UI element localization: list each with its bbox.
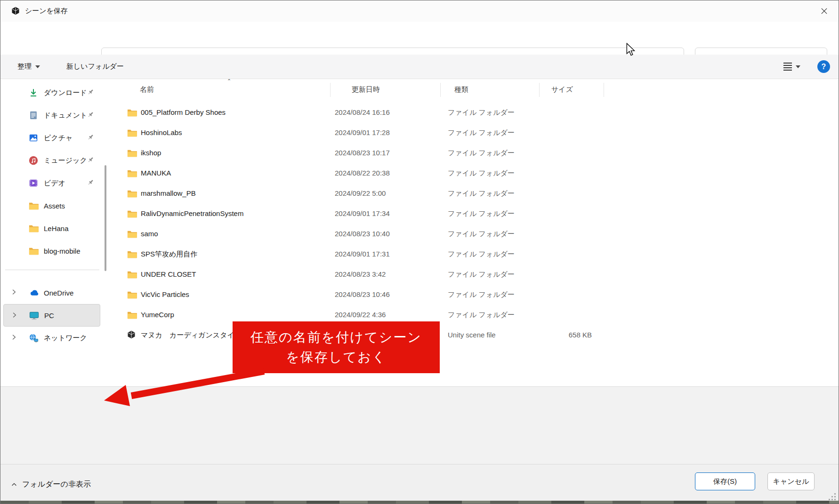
- column-header-date[interactable]: 更新日時: [352, 85, 380, 94]
- chevron-up-icon: [11, 481, 17, 488]
- file-date-cell: 2024/08/23 10:17: [335, 149, 390, 157]
- folder-icon: [127, 148, 137, 159]
- file-list: ⌃ 名前 更新日時 種類 サイズ 005_Platform Derby Shoe…: [106, 79, 839, 386]
- column-header-size[interactable]: サイズ: [551, 85, 573, 94]
- file-row[interactable]: 005_Platform Derby Shoes 2024/08/24 16:1…: [106, 103, 839, 123]
- music-icon: [28, 155, 39, 166]
- file-type-cell: ファイル フォルダー: [448, 108, 515, 117]
- sidebar-item-assets[interactable]: Assets: [3, 194, 100, 217]
- annotation-line2: を保存しておく: [286, 348, 386, 366]
- column-header-type[interactable]: 種類: [454, 85, 468, 94]
- file-row[interactable]: ikshop 2024/08/23 10:17 ファイル フォルダー: [106, 144, 839, 164]
- list-view-icon: [783, 63, 792, 71]
- file-row[interactable]: MANUKA 2024/08/22 20:38 ファイル フォルダー: [106, 164, 839, 184]
- file-row[interactable]: RalivDynamicPenetrationSystem 2024/09/01…: [106, 204, 839, 224]
- folder-icon: [127, 289, 137, 300]
- save-button[interactable]: 保存(S): [695, 472, 755, 490]
- help-button[interactable]: ?: [817, 60, 830, 73]
- column-header-name[interactable]: 名前: [140, 85, 154, 94]
- file-type-cell: ファイル フォルダー: [448, 128, 515, 137]
- folder-icon: [127, 168, 137, 179]
- file-type-cell: ファイル フォルダー: [448, 149, 515, 158]
- file-name-cell: samo: [141, 230, 158, 238]
- sidebar-separator: [5, 270, 99, 270]
- expander-chevron-icon[interactable]: [10, 288, 18, 296]
- folder-icon: [127, 107, 137, 118]
- file-date-cell: 2024/08/24 16:16: [335, 108, 390, 116]
- sidebar-item-onedrive[interactable]: OneDrive: [3, 281, 100, 304]
- sidebar-item-downloads[interactable]: ダウンロード: [3, 81, 100, 104]
- file-date-cell: 2024/09/01 17:31: [335, 250, 390, 258]
- file-name-cell: マヌカ カーディガンスタイル.: [141, 331, 243, 340]
- onedrive-icon: [28, 288, 39, 298]
- sidebar-item-pictures[interactable]: ピクチャ: [3, 127, 100, 149]
- file-date-cell: 2024/08/23 3:42: [335, 270, 386, 278]
- folder-icon: [127, 310, 137, 320]
- unity-scene-icon: [127, 330, 136, 339]
- folder-icon: [127, 107, 138, 119]
- file-type-cell: ファイル フォルダー: [448, 290, 515, 299]
- file-row[interactable]: SPS竿攻め用自作 2024/09/01 17:31 ファイル フォルダー: [106, 245, 839, 265]
- folder-icon: [127, 128, 137, 138]
- file-row[interactable]: marshmallow_PB 2024/09/22 5:00 ファイル フォルダ…: [106, 184, 839, 204]
- file-name-cell: YumeCorp: [141, 311, 174, 319]
- pin-icon: [86, 133, 95, 142]
- file-row[interactable]: YumeCorp 2024/09/22 4:36 ファイル フォルダー: [106, 305, 839, 326]
- resize-grip[interactable]: [828, 493, 836, 500]
- expander-chevron-icon[interactable]: [10, 333, 18, 342]
- new-folder-label: 新しいフォルダー: [66, 62, 124, 71]
- expander-chevron-icon[interactable]: [10, 311, 19, 320]
- file-type-cell: Unity scene file: [448, 331, 496, 339]
- sidebar-item-lehana[interactable]: LeHana: [3, 217, 100, 240]
- file-row[interactable]: VicVic Particles 2024/08/23 10:46 ファイル フ…: [106, 285, 839, 305]
- sidebar-item-documents[interactable]: ドキュメント: [3, 104, 100, 127]
- pin-icon: [86, 133, 96, 142]
- sidebar-item-pc[interactable]: PC: [3, 304, 100, 327]
- folder-icon: [28, 200, 39, 211]
- download-icon: [28, 88, 39, 98]
- file-rows: 005_Platform Derby Shoes 2024/08/24 16:1…: [106, 103, 839, 346]
- save-scene-dialog: シーンを保存 ›PC›M2SSD (F:)›unityproject_2022›…: [0, 0, 839, 504]
- chevron-right-icon: [10, 333, 18, 341]
- close-icon: [821, 8, 828, 15]
- sidebar-item-blog-mobile[interactable]: blog-mobile: [3, 240, 100, 262]
- unity-logo-icon: [11, 6, 20, 16]
- file-type-cell: ファイル フォルダー: [448, 209, 515, 218]
- file-row[interactable]: HoshinoLabs 2024/09/01 17:28 ファイル フォルダー: [106, 123, 839, 144]
- file-date-cell: 2024/08/23 10:40: [335, 230, 390, 238]
- folder-icon: [127, 168, 138, 179]
- folder-icon: [127, 249, 137, 260]
- sidebar: ダウンロード ドキュメント ピクチャ ミュージック ビデオ Assets LeH…: [0, 79, 103, 386]
- file-type-cell: ファイル フォルダー: [448, 230, 515, 239]
- file-size-cell: 658 KB: [516, 331, 592, 339]
- sort-ascending-icon: ⌃: [227, 78, 231, 84]
- file-name-cell: SPS竿攻め用自作: [141, 250, 197, 259]
- organize-label: 整理: [17, 62, 32, 71]
- file-name-cell: VicVic Particles: [141, 290, 189, 298]
- file-row[interactable]: UNDER CLOSET 2024/08/23 3:42 ファイル フォルダー: [106, 265, 839, 285]
- file-name-cell: marshmallow_PB: [141, 189, 196, 197]
- sidebar-item-music[interactable]: ミュージック: [3, 149, 100, 172]
- file-type-cell: ファイル フォルダー: [448, 250, 515, 259]
- folder-icon: [127, 188, 137, 199]
- sidebar-item-network[interactable]: ネットワーク: [3, 327, 100, 349]
- cancel-button[interactable]: キャンセル: [767, 472, 815, 490]
- file-name-cell: HoshinoLabs: [141, 128, 182, 136]
- close-button[interactable]: [809, 0, 839, 21]
- organize-button[interactable]: 整理: [13, 59, 45, 74]
- hide-folders-button[interactable]: フォルダーの非表示: [11, 480, 91, 489]
- pin-icon: [86, 88, 96, 97]
- file-row[interactable]: samo 2024/08/23 10:40 ファイル フォルダー: [106, 224, 839, 245]
- chevron-right-icon: [10, 311, 18, 319]
- folder-icon: [127, 269, 137, 280]
- view-options-button[interactable]: [779, 60, 805, 73]
- file-row[interactable]: マヌカ カーディガンスタイル. Unity scene file 658 KB: [106, 326, 839, 346]
- folder-icon: [127, 208, 137, 219]
- new-folder-button[interactable]: 新しいフォルダー: [62, 59, 129, 74]
- sidebar-item-videos[interactable]: ビデオ: [3, 172, 100, 194]
- annotation-line1: 任意の名前を付けてシーン: [250, 328, 422, 346]
- pc-icon: [29, 310, 40, 321]
- file-name-cell: MANUKA: [141, 169, 171, 177]
- videos-icon: [28, 178, 39, 188]
- folder-icon: [127, 148, 138, 159]
